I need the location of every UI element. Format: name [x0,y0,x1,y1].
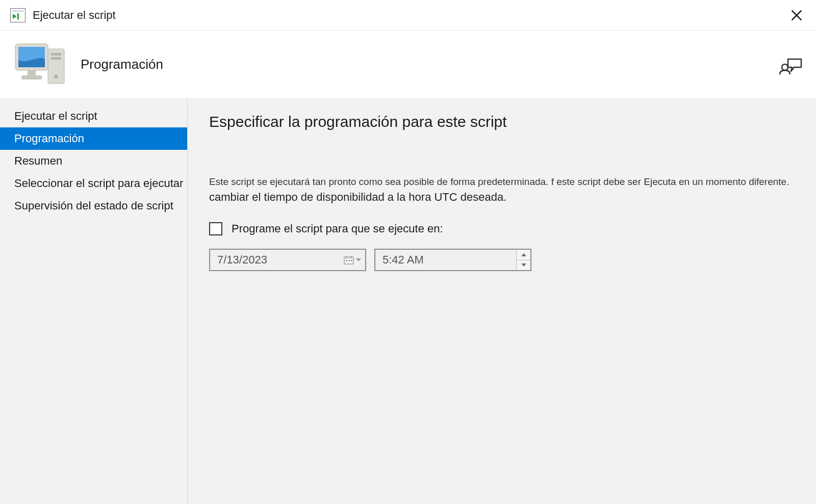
chevron-down-icon [356,258,361,261]
run-script-icon [10,8,26,22]
svg-rect-16 [348,260,350,261]
computer-icon [12,39,69,90]
page-title: Programación [81,57,163,72]
content-heading: Especificar la programación para este sc… [209,113,796,130]
svg-point-10 [782,64,788,70]
svg-rect-15 [346,260,347,261]
wizard-body: Ejecutar el script Programación Resumen … [0,98,816,504]
chevron-down-icon [521,263,526,267]
time-increment-button[interactable] [517,250,530,260]
svg-rect-12 [344,257,353,259]
sidebar-item-label: Seleccionar el script para ejecutar [14,177,183,190]
sidebar-item-label: Resumen [14,154,62,167]
date-value: 7/13/2023 [210,253,340,267]
svg-rect-9 [21,75,42,79]
time-decrement-button[interactable] [517,260,530,271]
schedule-checkbox-row: Programe el script para que se ejecute e… [209,222,796,235]
svg-rect-3 [51,53,61,56]
sidebar-item-run-script[interactable]: Ejecutar el script [0,105,187,127]
sidebar-item-label: Programación [14,132,84,145]
date-picker-toggle[interactable] [340,250,365,270]
wizard-content: Especificar la programación para este sc… [188,98,816,504]
feedback-icon[interactable] [778,51,804,77]
date-input[interactable]: 7/13/2023 [209,249,366,271]
svg-point-5 [54,74,58,78]
sidebar-item-status-monitoring[interactable]: Supervisión del estado de script [0,195,187,217]
sidebar-item-label: Ejecutar el script [14,110,97,122]
close-icon [789,8,804,22]
wizard-header: Programación [0,31,816,98]
chevron-up-icon [521,253,526,256]
sidebar-item-label: Supervisión del estado de script [14,199,173,212]
sidebar-item-schedule[interactable]: Programación [0,127,187,150]
svg-rect-8 [28,70,36,75]
description-line-2: cambiar el tiempo de disponibilidad a la… [209,191,796,204]
datetime-row: 7/13/2023 [209,249,796,271]
window-title: Ejecutar el script [33,9,116,22]
svg-rect-4 [51,57,61,60]
sidebar-item-select-script[interactable]: Seleccionar el script para ejecutar [0,172,187,195]
calendar-icon [344,255,354,264]
schedule-checkbox[interactable] [209,222,222,235]
description-line-1: Este script se ejecutará tan pronto como… [209,176,796,188]
wizard-sidebar: Ejecutar el script Programación Resumen … [0,98,188,504]
close-button[interactable] [787,6,806,24]
titlebar: Ejecutar el script [0,0,816,31]
time-input[interactable]: 5:42 AM [374,249,531,271]
schedule-checkbox-label: Programe el script para que se ejecute e… [232,222,443,235]
sidebar-item-summary[interactable]: Resumen [0,150,187,172]
time-spinner [516,250,530,270]
svg-rect-17 [351,260,352,261]
time-value: 5:42 AM [375,253,516,267]
